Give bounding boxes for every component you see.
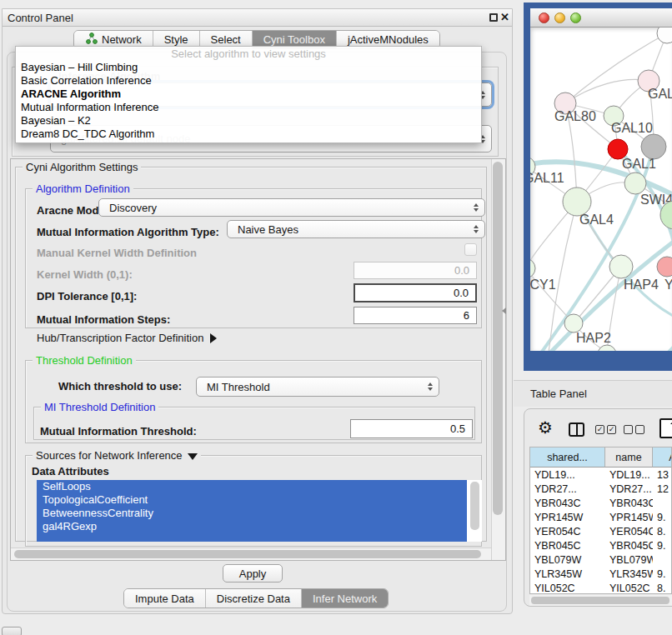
- restore-panel-button[interactable]: [2, 627, 22, 635]
- node-table: shared...nameA YDL19...YDL19...13YDR27..…: [529, 447, 672, 594]
- algorithm-option[interactable]: Bayesian – K2: [16, 114, 481, 128]
- sources-group-toggle[interactable]: Sources for Network Inference: [33, 449, 201, 462]
- data-attributes-list: SelfLoopsTopologicalCoefficientBetweenne…: [37, 480, 482, 542]
- manual-kernel-checkbox[interactable]: [464, 243, 477, 256]
- network-node[interactable]: [563, 188, 591, 216]
- table-cell: 8.: [653, 524, 672, 538]
- vertical-scrollbar-thumb[interactable]: [493, 162, 503, 515]
- data-attribute-item[interactable]: TopologicalCoefficient: [37, 493, 467, 507]
- combo-arrows-icon: [474, 225, 479, 233]
- split-columns-icon[interactable]: [569, 422, 584, 437]
- collapsed-arrow-icon: [210, 333, 217, 343]
- float-window-icon[interactable]: [489, 13, 498, 22]
- combo-arrows-icon: [428, 382, 433, 391]
- document-icon[interactable]: [659, 418, 672, 438]
- column-header[interactable]: name: [605, 448, 653, 468]
- mi-steps-label: Mutual Information Steps:: [37, 313, 170, 326]
- dpi-tolerance-field[interactable]: 0.0: [354, 283, 477, 302]
- table-row[interactable]: YPR145WYPR145W9.: [530, 510, 671, 524]
- table-cell: YPR145W: [530, 510, 605, 524]
- table-row[interactable]: YLR345WYLR345W9.: [530, 567, 671, 581]
- table-header-row: shared...nameA: [530, 448, 671, 468]
- table-row[interactable]: YBR045CYBR045C9.: [530, 538, 671, 552]
- table-row[interactable]: YER054CYER054C8.: [530, 524, 671, 538]
- data-attributes-label: Data Attributes: [32, 465, 109, 478]
- network-node[interactable]: [624, 172, 646, 194]
- table-panel-title: Table Panel: [530, 388, 587, 400]
- table-cell: YDL19...: [605, 468, 653, 482]
- network-node-label: GCY1: [530, 278, 556, 292]
- horizontal-scrollbar-thumb[interactable]: [14, 550, 481, 558]
- table-row[interactable]: YIL052CYIL052C8.: [530, 581, 671, 594]
- traffic-light-close[interactable]: [539, 12, 549, 23]
- checked-pair-icon[interactable]: ✓✓: [595, 425, 616, 434]
- algorithm-dropdown: Select algorithm to view settings Bayesi…: [15, 46, 482, 143]
- table-row[interactable]: YBL079WYBL079W: [530, 552, 671, 567]
- bottom-tabs: Impute Data Discretize Data Infer Networ…: [123, 588, 389, 608]
- network-node[interactable]: [657, 257, 672, 277]
- table-cell: YDR27...: [530, 482, 605, 496]
- mi-threshold-label: Mutual Information Threshold:: [40, 425, 197, 438]
- kernel-width-label: Kernel Width (0,1):: [37, 268, 133, 281]
- data-attribute-item[interactable]: BetweennessCentrality: [37, 507, 467, 520]
- network-node[interactable]: [530, 258, 535, 278]
- aracne-mode-value: Discovery: [109, 202, 157, 214]
- table-row[interactable]: YBR043CYBR043C: [530, 496, 671, 510]
- algorithm-option[interactable]: Bayesian – Hill Climbing: [16, 61, 481, 74]
- unchecked-pair-icon[interactable]: [624, 425, 644, 434]
- aracne-mode-combo[interactable]: Discovery: [98, 198, 485, 217]
- apply-button[interactable]: Apply: [223, 564, 283, 582]
- data-attribute-item[interactable]: SelfLoops: [37, 480, 467, 493]
- algorithm-option[interactable]: Basic Correlation Inference: [16, 74, 481, 88]
- table-row[interactable]: YDR27...YDR27...12: [530, 482, 671, 496]
- which-threshold-value: MI Threshold: [207, 381, 270, 393]
- panel-divider-arrow-icon[interactable]: [502, 308, 506, 314]
- traffic-light-minimize[interactable]: [554, 12, 565, 23]
- table-horizontal-scrollbar-thumb[interactable]: [531, 597, 669, 604]
- network-canvas[interactable]: GAL7GAL80GAL10GAL1GAL11SWI4GAL4GCY1HAP4Y…: [530, 28, 672, 351]
- attributes-scrollbar-thumb[interactable]: [470, 482, 479, 530]
- control-panel-titlebar: [3, 9, 512, 27]
- algorithm-option[interactable]: Mutual Information Inference: [16, 101, 481, 114]
- table-cell: YDR27...: [605, 482, 653, 496]
- algorithm-option[interactable]: Dream8 DC_TDC Algorithm: [16, 128, 481, 141]
- control-panel-title: Control Panel: [8, 12, 73, 24]
- close-icon[interactable]: ✕: [500, 11, 509, 23]
- table-cell: YBR043C: [605, 496, 653, 510]
- table-cell: YLR345W: [530, 567, 605, 581]
- hub-definition-toggle[interactable]: Hub/Transcription Factor Definition: [37, 332, 217, 344]
- network-node[interactable]: [657, 28, 672, 43]
- mi-threshold-field[interactable]: 0.5: [350, 419, 473, 438]
- which-threshold-combo[interactable]: MI Threshold: [196, 377, 439, 397]
- network-window-titlebar: [530, 8, 672, 28]
- table-cell: 8.: [653, 581, 672, 594]
- network-node[interactable]: [609, 255, 633, 278]
- column-header[interactable]: A: [653, 448, 672, 468]
- combo-arrows-icon: [474, 203, 479, 212]
- network-node[interactable]: [564, 314, 583, 332]
- data-attribute-item[interactable]: gal4RGexp: [37, 520, 467, 533]
- network-node-label: GAL80: [554, 109, 596, 123]
- traffic-light-zoom[interactable]: [570, 12, 581, 23]
- table-cell: YBR043C: [530, 496, 605, 510]
- tab-infer-network[interactable]: Infer Network: [301, 589, 388, 608]
- network-node-label: HAP2: [576, 331, 611, 345]
- algorithm-option[interactable]: ARACNE Algorithm: [16, 88, 481, 101]
- column-header[interactable]: shared...: [530, 448, 605, 468]
- table-cell: YBL079W: [605, 552, 653, 567]
- gear-icon[interactable]: ⚙: [538, 419, 553, 436]
- tab-impute-data[interactable]: Impute Data: [124, 589, 205, 608]
- network-tab-icon: [85, 32, 98, 47]
- threshold-definition-title: Threshold Definition: [33, 354, 136, 367]
- network-node[interactable]: [598, 345, 616, 351]
- mi-type-combo[interactable]: Naive Bayes: [227, 220, 485, 238]
- mi-steps-field[interactable]: 6: [354, 307, 477, 324]
- tab-discretize-data[interactable]: Discretize Data: [205, 589, 301, 608]
- network-node-label: HAP4: [624, 278, 659, 292]
- table-cell: YDL19...: [530, 468, 605, 482]
- network-node[interactable]: [641, 134, 666, 159]
- table-cell: [653, 552, 672, 567]
- network-node-label: GAL7: [648, 87, 672, 101]
- table-row[interactable]: YDL19...YDL19...13: [530, 468, 671, 482]
- table-cell: YER054C: [605, 524, 653, 538]
